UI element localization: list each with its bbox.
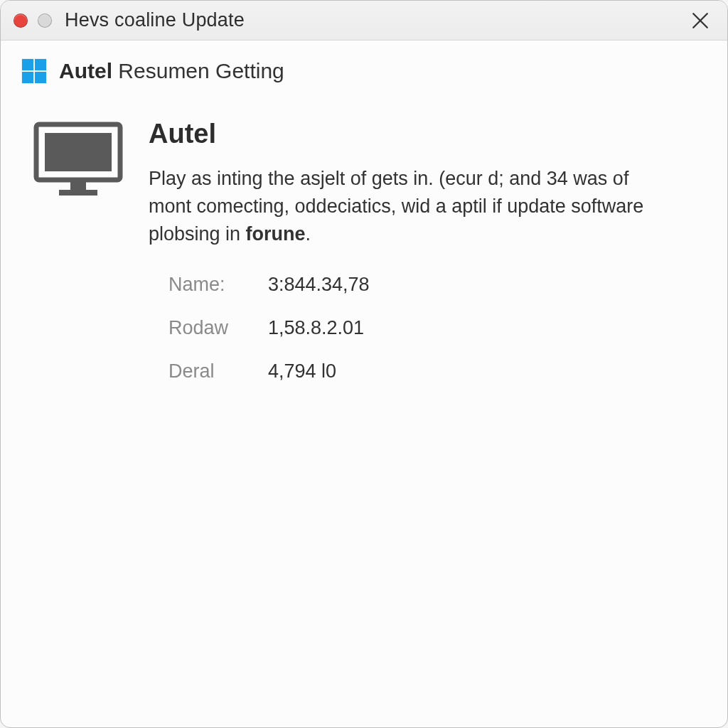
row-value: 4,794 l0	[268, 360, 699, 382]
subheader-text: Autel Resumen Getting	[59, 59, 284, 83]
desc-post: .	[306, 223, 311, 245]
details-heading: Autel	[149, 119, 699, 149]
update-window: Hevs coaline Update Autel Resumen Gettin…	[0, 0, 728, 728]
svg-rect-4	[22, 72, 33, 83]
subheader: Autel Resumen Getting	[1, 41, 727, 90]
traffic-lights	[14, 14, 52, 28]
monitor-icon	[32, 119, 124, 382]
desc-bold: forune	[246, 223, 306, 245]
subheader-bold: Autel	[59, 59, 112, 82]
row-label: Rodaw	[168, 317, 254, 339]
windows-logo-icon	[21, 58, 48, 85]
close-button[interactable]	[687, 8, 713, 33]
desc-pre: Play as inting the asjelt of gets in. (e…	[149, 168, 643, 245]
row-label: Deral	[168, 360, 254, 382]
traffic-close-button[interactable]	[14, 14, 28, 28]
row-label: Name:	[168, 274, 254, 296]
info-table: Name: 3:844.34,78 Rodaw 1,58.8.2.01 Dera…	[149, 274, 699, 382]
details-description: Play as inting the asjelt of gets in. (e…	[149, 165, 660, 248]
traffic-disabled-button	[38, 14, 52, 28]
svg-rect-3	[35, 59, 46, 70]
svg-rect-8	[70, 180, 86, 190]
svg-rect-9	[59, 190, 97, 196]
close-icon	[691, 11, 710, 30]
details-pane: Autel Play as inting the asjelt of gets …	[149, 119, 699, 382]
svg-rect-5	[35, 72, 46, 83]
content: Autel Play as inting the asjelt of gets …	[1, 90, 727, 382]
titlebar: Hevs coaline Update	[1, 1, 727, 41]
window-title: Hevs coaline Update	[65, 9, 245, 31]
subheader-rest: Resumen Getting	[118, 59, 284, 82]
svg-rect-7	[45, 133, 112, 171]
row-value: 3:844.34,78	[268, 274, 699, 296]
row-value: 1,58.8.2.01	[268, 317, 699, 339]
svg-rect-2	[22, 59, 33, 70]
